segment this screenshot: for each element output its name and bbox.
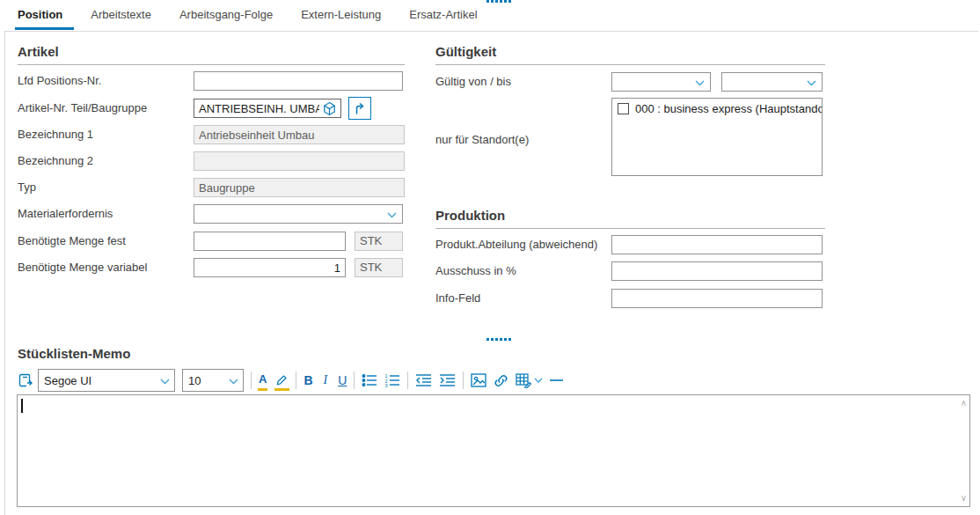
- chevron-down-icon: [807, 80, 816, 86]
- italic-button[interactable]: I: [324, 370, 328, 391]
- standort-item-label: 000 : business express (Hauptstando: [635, 102, 823, 115]
- text-module-icon[interactable]: [18, 370, 33, 391]
- info-feld-input[interactable]: [611, 289, 823, 308]
- underline-button[interactable]: U: [338, 370, 347, 391]
- chevron-down-icon: [229, 379, 238, 385]
- font-size-select[interactable]: 10: [182, 369, 244, 392]
- chevron-down-icon: [387, 212, 397, 218]
- text-caret: [21, 399, 23, 413]
- horizontal-rule-icon[interactable]: [550, 370, 563, 391]
- insert-table-icon[interactable]: [516, 370, 532, 391]
- gueltig-bis-select[interactable]: [721, 72, 823, 92]
- menge-fest-unit: STK: [355, 232, 403, 251]
- tab-arbeitstexte[interactable]: Arbeitstexte: [91, 0, 151, 31]
- bullet-list-icon[interactable]: [362, 370, 377, 391]
- panel-border-left: [4, 31, 5, 515]
- table-options-chevron-icon[interactable]: [534, 370, 543, 391]
- standorte-label: nur für Standort(e): [435, 130, 529, 150]
- materialerfordernis-label: Materialerfordernis: [18, 204, 113, 224]
- numbered-list-icon[interactable]: 1 2 3: [384, 370, 400, 391]
- memo-editor[interactable]: ∧ ∨: [17, 394, 970, 507]
- panel-border-top: [4, 31, 978, 32]
- produkt-abteilung-label: Produkt.Abteilung (abweichend): [435, 235, 597, 254]
- artikel-section-title: Artikel: [18, 44, 405, 65]
- tab-position[interactable]: Position: [18, 0, 62, 31]
- artikel-nr-label: Artikel-Nr. Teil/Baugruppe: [18, 99, 147, 118]
- bezeichnung2-input: [194, 151, 405, 171]
- outdent-icon[interactable]: [415, 370, 432, 391]
- goto-article-button[interactable]: [348, 97, 371, 120]
- materialerfordernis-select[interactable]: [194, 204, 403, 224]
- bezeichnung2-label: Bezeichnung 2: [18, 151, 93, 171]
- tab-extern-leistung[interactable]: Extern-Leistung: [301, 0, 381, 31]
- gueltig-von-bis-label: Gültig von / bis: [435, 72, 511, 92]
- menge-fest-input[interactable]: [194, 232, 346, 251]
- scroll-up-icon[interactable]: ∧: [961, 399, 967, 408]
- produkt-abteilung-input[interactable]: [611, 235, 823, 254]
- memo-section-title: Stücklisten-Memo: [18, 346, 130, 361]
- bezeichnung1-input: [194, 125, 405, 144]
- typ-input: [194, 178, 405, 197]
- scroll-down-icon[interactable]: ∨: [961, 494, 967, 503]
- splitter-grip-middle[interactable]: [486, 338, 511, 341]
- tab-ersatz-artikel[interactable]: Ersatz-Artikel: [409, 0, 477, 31]
- info-feld-label: Info-Feld: [435, 289, 480, 308]
- memo-toolbar: Segoe UI 10 A B I U: [18, 369, 563, 392]
- produktion-section-title: Produktion: [435, 208, 825, 229]
- lfd-positions-nr-input[interactable]: [194, 71, 403, 91]
- typ-label: Typ: [18, 178, 36, 197]
- menge-fest-label: Benötigte Menge fest: [18, 232, 126, 251]
- article-cube-icon: [322, 101, 337, 116]
- splitter-grip-top[interactable]: [486, 0, 511, 3]
- tab-bar: Position Arbeitstexte Arbeitsgang-Folge …: [18, 0, 478, 31]
- highlight-icon[interactable]: [275, 370, 289, 391]
- gueltig-von-select[interactable]: [611, 72, 711, 92]
- menge-variabel-unit: STK: [355, 258, 403, 277]
- ausschuss-label: Ausschuss in %: [435, 261, 516, 281]
- menge-variabel-input[interactable]: [194, 258, 346, 277]
- svg-text:3: 3: [385, 383, 388, 387]
- position-tab-page: Position Arbeitstexte Arbeitsgang-Folge …: [0, 0, 980, 515]
- gueltigkeit-section-title: Gültigkeit: [435, 44, 825, 65]
- arrow-branch-icon: [353, 101, 367, 115]
- menge-variabel-label: Benötigte Menge variabel: [18, 258, 147, 277]
- indent-icon[interactable]: [439, 370, 456, 391]
- standort-checkbox[interactable]: [618, 103, 629, 114]
- font-color-icon[interactable]: A: [259, 370, 267, 391]
- artikel-nr-input[interactable]: [194, 99, 341, 118]
- tab-arbeitsgang-folge[interactable]: Arbeitsgang-Folge: [179, 0, 273, 31]
- chevron-down-icon: [695, 80, 705, 86]
- insert-image-icon[interactable]: [471, 370, 486, 391]
- bezeichnung1-label: Bezeichnung 1: [18, 125, 93, 144]
- chevron-down-icon: [160, 379, 170, 385]
- standort-list-item[interactable]: 000 : business express (Hauptstando: [612, 99, 822, 119]
- standorte-listbox[interactable]: 000 : business express (Hauptstando: [611, 98, 823, 176]
- font-family-select[interactable]: Segoe UI: [38, 369, 175, 392]
- bold-button[interactable]: B: [304, 370, 312, 391]
- lfd-positions-nr-label: Lfd Positions-Nr.: [18, 71, 101, 91]
- insert-link-icon[interactable]: [494, 370, 508, 391]
- ausschuss-input[interactable]: [611, 261, 823, 281]
